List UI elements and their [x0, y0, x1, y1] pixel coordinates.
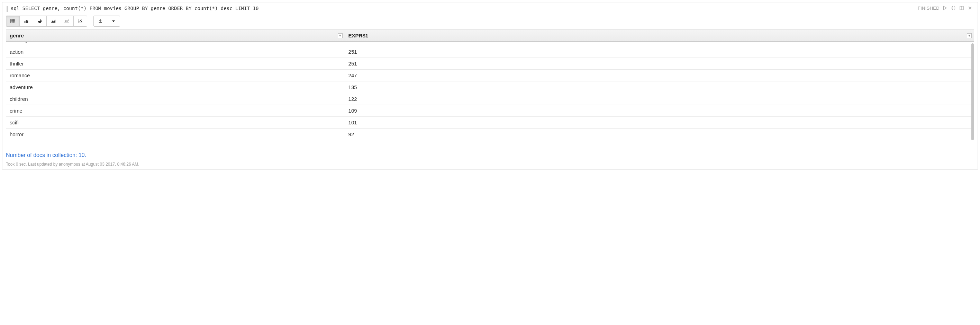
download-caret-button[interactable] [107, 16, 120, 27]
svg-point-16 [80, 20, 81, 21]
table-row[interactable]: horror92 [6, 128, 974, 140]
column-header-genre[interactable]: genre ▼ [6, 30, 345, 41]
notebook-paragraph: sql SELECT genre, count(*) FROM movies G… [2, 2, 978, 170]
cell-genre: scifi [6, 117, 345, 128]
pie-chart-button[interactable] [33, 16, 47, 27]
column-menu-icon[interactable]: ▼ [338, 33, 343, 38]
code-row: sql SELECT genre, count(*) FROM movies G… [6, 5, 974, 12]
svg-rect-10 [27, 21, 29, 23]
collapse-icon[interactable] [951, 5, 956, 11]
table-row[interactable]: thriller251 [6, 58, 974, 70]
cell-count: 135 [345, 82, 974, 93]
svg-marker-20 [112, 21, 115, 22]
table-view-button[interactable] [6, 16, 20, 27]
chart-type-group [6, 16, 87, 27]
cell-genre: adventure [6, 82, 345, 93]
gear-icon[interactable] [967, 5, 973, 11]
area-chart-button[interactable] [46, 16, 60, 27]
line-chart-button[interactable] [60, 16, 74, 27]
svg-point-2 [969, 7, 970, 9]
column-menu-icon[interactable]: ▼ [967, 33, 972, 38]
svg-point-17 [81, 21, 82, 22]
column-header-expr1[interactable]: EXPR$1 ▼ [345, 30, 974, 41]
column-header-label: genre [10, 32, 24, 38]
svg-rect-3 [11, 19, 15, 23]
cell-count: 109 [345, 105, 974, 117]
svg-point-18 [81, 19, 81, 20]
code-area: sql SELECT genre, count(*) FROM movies G… [6, 5, 918, 12]
code-text[interactable]: sql SELECT genre, count(*) FROM movies G… [10, 5, 258, 11]
download-button[interactable] [94, 16, 107, 27]
table-header: genre ▼ EXPR$1 ▼ [6, 29, 974, 42]
cell-count: 101 [345, 117, 974, 128]
table-row[interactable]: comedy365 [6, 42, 974, 46]
cell-genre: action [6, 46, 345, 58]
svg-rect-19 [99, 22, 102, 23]
cell-count: 251 [345, 46, 974, 58]
code-gutter [6, 6, 8, 12]
cell-genre: crime [6, 105, 345, 117]
cell-count: 122 [345, 93, 974, 105]
svg-rect-9 [26, 20, 27, 23]
docs-count-link[interactable]: Number of docs in collection: 10. [6, 152, 86, 158]
result-toolbar [6, 16, 974, 27]
svg-marker-0 [943, 6, 947, 10]
cell-count: 251 [345, 58, 974, 69]
scrollbar-thumb[interactable] [971, 43, 974, 140]
cell-genre: romance [6, 70, 345, 81]
table-row[interactable]: action251 [6, 46, 974, 58]
svg-marker-11 [51, 20, 56, 23]
cell-count: 247 [345, 70, 974, 81]
cell-genre: thriller [6, 58, 345, 69]
execution-meta: Took 0 sec. Last updated by anonymous at… [6, 162, 974, 167]
table-row[interactable]: crime109 [6, 105, 974, 117]
cell-genre: horror [6, 128, 345, 140]
cell-genre: children [6, 93, 345, 105]
run-icon[interactable] [942, 5, 948, 11]
scatter-chart-button[interactable] [73, 16, 87, 27]
cell-count: 365 [345, 42, 974, 46]
table-row[interactable]: scifi101 [6, 117, 974, 128]
result-table: genre ▼ EXPR$1 ▼ comedy365action251thril… [6, 29, 974, 144]
bar-chart-button[interactable] [19, 16, 33, 27]
book-icon[interactable] [959, 5, 964, 11]
svg-point-15 [78, 21, 79, 22]
scrollbar[interactable] [971, 42, 974, 144]
paragraph-controls: FINISHED [918, 5, 974, 11]
column-header-label: EXPR$1 [348, 32, 369, 38]
svg-rect-8 [25, 21, 25, 23]
cell-count: 92 [345, 128, 974, 140]
table-row[interactable]: adventure135 [6, 82, 974, 93]
cell-genre: comedy [6, 42, 345, 46]
download-group [94, 16, 120, 27]
table-row[interactable]: romance247 [6, 70, 974, 82]
table-body: comedy365action251thriller251romance247a… [6, 42, 974, 144]
table-row[interactable]: children122 [6, 93, 974, 105]
status-label: FINISHED [918, 6, 940, 11]
